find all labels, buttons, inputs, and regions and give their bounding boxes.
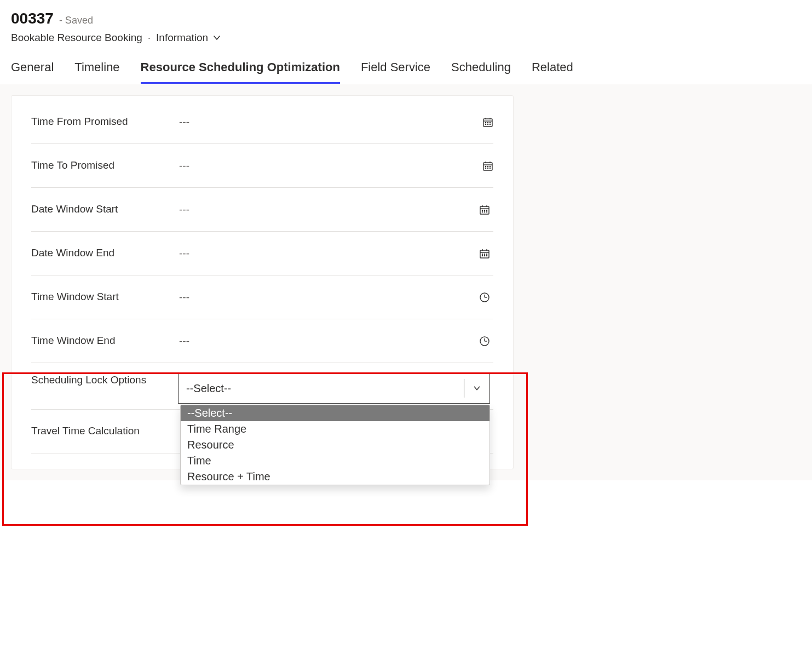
calendar-icon[interactable] [482, 160, 493, 171]
tab-general[interactable]: General [11, 60, 54, 84]
save-status: - Saved [59, 15, 93, 26]
tab-scheduling[interactable]: Scheduling [451, 60, 511, 84]
chevron-down-icon [211, 32, 222, 43]
chevron-down-icon [472, 383, 482, 393]
calendar-icon[interactable] [479, 204, 490, 215]
tab-bar: General Timeline Resource Scheduling Opt… [0, 44, 812, 84]
field-label: Date Window Start [31, 202, 179, 217]
clock-icon[interactable] [479, 292, 490, 303]
field-time-to-promised[interactable]: Time To Promised --- [31, 144, 493, 188]
select-value: --Select-- [186, 382, 231, 395]
dropdown-option-time[interactable]: Time [181, 453, 489, 469]
field-value: --- [179, 160, 385, 172]
dropdown-option-time-range[interactable]: Time Range [181, 421, 489, 437]
dropdown-option-resource[interactable]: Resource [181, 437, 489, 453]
dropdown-list: --Select-- Time Range Resource Time Reso… [180, 405, 490, 485]
field-label: Time Window Start [31, 290, 179, 304]
field-value: --- [179, 291, 493, 303]
field-label: Scheduling Lock Options [31, 373, 179, 388]
field-label: Time To Promised [31, 158, 179, 173]
entity-name: Bookable Resource Booking [11, 32, 142, 44]
clock-icon[interactable] [479, 336, 490, 347]
field-date-window-start[interactable]: Date Window Start --- [31, 188, 493, 232]
tab-related[interactable]: Related [532, 60, 573, 84]
field-date-window-end[interactable]: Date Window End --- [31, 232, 493, 275]
separator-dot: · [148, 32, 151, 44]
field-label: Date Window End [31, 246, 179, 261]
form-selector[interactable]: Information [156, 32, 222, 44]
field-label: Time Window End [31, 334, 179, 348]
field-label: Time From Promised [31, 114, 179, 129]
tab-field-service[interactable]: Field Service [361, 60, 430, 84]
scheduling-lock-options-select[interactable]: --Select-- [178, 373, 490, 404]
calendar-icon[interactable] [482, 117, 493, 128]
form-name: Information [156, 32, 208, 44]
tab-timeline[interactable]: Timeline [74, 60, 119, 84]
calendar-icon[interactable] [479, 248, 490, 259]
form-panel: Time From Promised --- Time To Promised … [11, 95, 514, 469]
record-title: 00337 [11, 10, 54, 27]
field-value: --- [179, 116, 385, 128]
field-value: --- [179, 204, 493, 216]
field-label: Travel Time Calculation [31, 424, 179, 439]
select-chevron [464, 379, 482, 398]
dropdown-option-resource-time[interactable]: Resource + Time [181, 469, 489, 485]
field-time-window-end[interactable]: Time Window End --- [31, 319, 493, 363]
field-value: --- [179, 248, 493, 260]
field-time-from-promised[interactable]: Time From Promised --- [31, 100, 493, 144]
field-value: --- [179, 335, 493, 347]
field-time-window-start[interactable]: Time Window Start --- [31, 275, 493, 319]
tab-resource-scheduling-optimization[interactable]: Resource Scheduling Optimization [141, 60, 340, 84]
dropdown-option-select[interactable]: --Select-- [181, 405, 489, 421]
field-scheduling-lock-options: Scheduling Lock Options --Select-- --Sel… [31, 363, 493, 410]
